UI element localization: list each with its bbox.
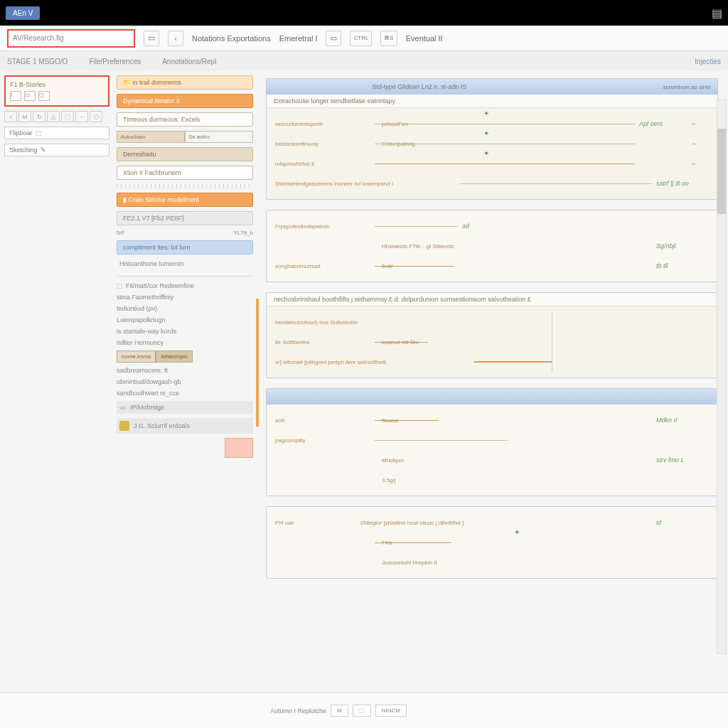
subheader: STAGE 1 MSGO/O File/Preferences Annotati…	[0, 51, 728, 71]
side-btn-flipboar[interactable]: Flipboar⬚	[4, 127, 109, 139]
timeline-panel-5: Fhf oailI/Ntegior [shistlinn host clesic…	[266, 506, 718, 579]
timeline-row[interactable]: ndqumuthrfse li✦‹›	[275, 154, 709, 173]
timeline-panel-1: Std-type Glidean Ln2.n. st-adn IS scrumb…	[266, 78, 718, 200]
nav-link-2[interactable]: Eventual II	[406, 34, 443, 43]
color-swatch[interactable]	[225, 438, 253, 458]
chat-icon[interactable]: ▭	[326, 31, 341, 46]
pill-cmd[interactable]: ⌘S	[380, 31, 397, 46]
window-controls-icon[interactable]: ▤	[712, 6, 722, 20]
scroll-thumb[interactable]	[717, 129, 726, 214]
timeline-row[interactable]: Fhf oailI/Ntegior [shistlinn host clesic…	[275, 513, 709, 532]
panel-header[interactable]: Std-type Glidean Ln2.n. st-adn IS scrumb…	[267, 79, 717, 95]
panel-title: Std-type Glidean Ln2.n. st-adn IS	[372, 83, 466, 90]
timeline-row[interactable]: Hbsnands FTitr... gl StiteccisSg/nbjl	[275, 236, 709, 256]
foot-b[interactable]: J.G. Sclurrif erdoals	[117, 418, 253, 434]
tool-icon[interactable]: △	[47, 111, 60, 122]
side-btn-sketching[interactable]: Sketching✎	[4, 144, 109, 156]
bottom-btn[interactable]: M	[331, 705, 348, 717]
monitor-icon[interactable]: ▭	[144, 31, 159, 46]
ruler	[117, 184, 253, 188]
panel-header[interactable]	[267, 389, 717, 405]
tail-item: sadbreamscere: ft	[117, 367, 253, 374]
timeline-row[interactable]: lie Sctftherthelostexd ntil Brv	[275, 332, 552, 352]
search-input[interactable]: AV/Research.fig	[7, 29, 135, 48]
stat-right: YL79_b	[233, 230, 253, 236]
pill-ctrl[interactable]: CTRL	[350, 31, 372, 46]
subheader-mid-1[interactable]: Annotations/Repl	[162, 58, 216, 65]
subheader-mid-0[interactable]: File/Preferences	[89, 58, 141, 65]
timeline-row[interactable]: 3.5g/j	[275, 470, 709, 490]
back-icon[interactable]: ‹	[168, 31, 183, 46]
folder-chip[interactable]: 📁 in trail dominems	[117, 75, 253, 90]
nav-link-1[interactable]: Emeretral I	[279, 34, 318, 43]
content-area: Std-type Glidean Ln2.n. st-adn IS scrumb…	[256, 71, 728, 675]
highlighted-card[interactable]: F1 B-Stories I ▭ ◻	[4, 75, 109, 107]
item-derreshaitu[interactable]: Derreshaitu	[117, 147, 253, 161]
card-mini-3[interactable]: ◻	[38, 91, 50, 101]
gold-icon	[119, 421, 129, 431]
item-xtion[interactable]: Xtion II Fachbrunern	[117, 166, 253, 180]
bottom-label: Autumn I Replotche	[270, 707, 326, 714]
tail-item: obmintiud/dowgash-gb	[117, 378, 253, 385]
timeline-row[interactable]: beidordomfinuolyEhibelpathrig✦‹›	[275, 134, 709, 154]
toolbar: AV/Research.fig ▭ ‹ Notations Exportatio…	[0, 26, 728, 51]
timeline-panel-2: Frpspofenibutapabulcad Hbsnands FTitr...…	[266, 210, 718, 282]
dual-button[interactable]: home.immsAthecropic	[117, 350, 253, 363]
tail-item: sandboolhwart re_cce	[117, 390, 253, 397]
caption: Histoanthune lumernm	[117, 259, 253, 269]
bottom-btn[interactable]: NINCM	[375, 705, 407, 717]
scrollbar[interactable]	[717, 100, 727, 654]
timeline-row[interactable]: FKb✦	[275, 532, 709, 552]
timeline-row[interactable]: SWebertenfgassemms inoncer hd tosempshd …	[275, 173, 709, 193]
properties-panel: 📁 in trail dominems Dynamical iterator I…	[114, 71, 256, 675]
stage-label: STAGE 1 MSGO/O	[7, 58, 68, 65]
item-dynamical[interactable]: Dynamical iterator II	[117, 94, 253, 108]
left-sidebar: F1 B-Stories I ▭ ◻ I M ↻ △ ⬚ ~ ⬡ Flipboa…	[0, 71, 114, 675]
timeline-row[interactable]: sr] sithmatl [pithgnrd pertph Amr selino…	[275, 352, 552, 372]
card-title: F1 B-Stories	[10, 81, 104, 88]
card-mini-1[interactable]: I	[10, 91, 21, 101]
tool-icon[interactable]: M	[18, 111, 31, 122]
card-mini-2[interactable]: ▭	[24, 91, 36, 101]
timeline-row[interactable]: Judomniohl Hrepkm II	[275, 552, 709, 572]
nav-link-0[interactable]: Notations Exportations	[192, 34, 271, 43]
item-timeous[interactable]: Timeous dormeous: Excels	[117, 112, 253, 127]
cta-orange[interactable]: ▮ Crain Strictor modelment	[117, 193, 253, 207]
timeline-panel-4: xcitlftouaslMdkn II jragcompllty Mnotipo…	[266, 388, 718, 496]
tool-icon[interactable]: ↻	[33, 111, 46, 122]
tool-palette: I M ↻ △ ⬚ ~ ⬡	[4, 111, 109, 122]
accent-bar	[256, 299, 259, 427]
tool-icon[interactable]: ~	[75, 111, 88, 122]
panel-subtitle: nechosbrinshaul bouthififts j sethammsy …	[267, 293, 717, 306]
foot-a[interactable]: ▭ IP/Mobrsige	[117, 401, 253, 414]
timeline-row[interactable]: vescodumbniqumitpchexiFen✦Apl oers‹›	[275, 114, 709, 134]
titlebar: AEn V ▤	[0, 0, 728, 26]
timeline-row[interactable]: hemialsobsifvud) bus Sullvidoldn	[275, 312, 552, 332]
subheader-right[interactable]: Injecties	[695, 58, 721, 65]
tool-icon[interactable]: ⬡	[90, 111, 102, 122]
nums-row: FE2.1 V7 [Fb2 PE8F]	[117, 211, 253, 225]
item-autochain[interactable]: AutochainSe.astro	[117, 131, 253, 143]
bottom-btn[interactable]: ⬚	[353, 705, 371, 717]
timeline-panel-3: nechosbrinshaul bouthififts j sethammsy …	[266, 292, 718, 378]
timeline-row[interactable]: jragcompllty	[275, 430, 709, 450]
timeline-row[interactable]: songhabdmumusf8-di/tb tll	[275, 256, 709, 276]
lower-item[interactable]: stina Faomethriffiniy	[117, 294, 253, 301]
panel-subtitle: Extrachouse longer sendbetfase eatnntapy	[267, 95, 717, 108]
app-tab[interactable]: AEn V	[6, 6, 40, 20]
panel-header-right: scrumbum.as sinkl	[663, 84, 710, 90]
stat-left: 5/F	[117, 230, 125, 236]
lower-item[interactable]: ndlter Hermoncy	[117, 339, 253, 346]
lower-header[interactable]: ⬚ Fit/matt/cor Redeemfine	[117, 282, 253, 289]
lower-item[interactable]: tediontiod (pv)	[117, 305, 253, 312]
timeline-row[interactable]: xcitlftouaslMdkn II	[275, 410, 709, 430]
timeline-row[interactable]: Frpspofenibutapabulcad	[275, 216, 709, 236]
bottom-bar: Autumn I Replotche M ⬚ NINCM	[0, 692, 728, 728]
timeline-row[interactable]: Mnotiporstrv fmo L	[275, 450, 709, 470]
lower-item[interactable]: is stantale-way korde	[117, 328, 253, 335]
tool-icon[interactable]: I	[4, 111, 17, 122]
blue-button[interactable]: compliment ites: lot lurn	[117, 240, 253, 255]
lower-item[interactable]: Loempspolkriugn	[117, 316, 253, 323]
tool-icon[interactable]: ⬚	[61, 111, 74, 122]
